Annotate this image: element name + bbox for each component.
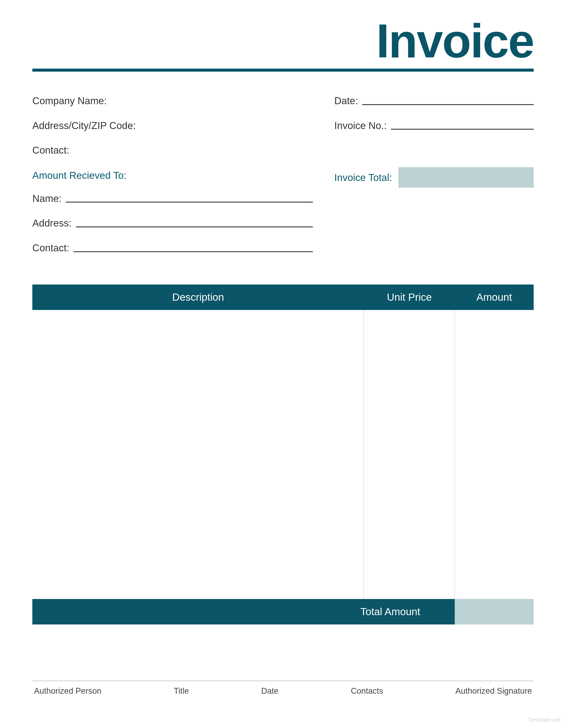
received-address-line[interactable] bbox=[76, 226, 313, 227]
body-unit-price-cell[interactable] bbox=[363, 310, 455, 599]
sig-date: Date bbox=[261, 686, 279, 696]
contact-label: Contact: bbox=[32, 145, 69, 156]
invoice-no-label: Invoice No.: bbox=[334, 120, 387, 131]
date-label: Date: bbox=[334, 95, 358, 106]
invoice-no-field: Invoice No.: bbox=[334, 120, 534, 131]
signature-row: Authorized Person Title Date Contacts Au… bbox=[32, 686, 534, 696]
table-footer-label-area: Total Amount bbox=[32, 599, 455, 624]
header-left-column: Company Name: Address/City/ZIP Code: Con… bbox=[32, 95, 321, 267]
total-amount-cell[interactable] bbox=[455, 599, 534, 624]
sig-authorized-signature: Authorized Signature bbox=[455, 686, 532, 696]
address-label: Address/City/ZIP Code: bbox=[32, 120, 136, 131]
date-line[interactable] bbox=[362, 104, 534, 105]
line-items-table: Description Unit Price Amount Total Amou… bbox=[32, 285, 534, 624]
title-divider bbox=[32, 69, 534, 72]
received-contact-label: Contact: bbox=[32, 242, 69, 253]
address-field: Address/City/ZIP Code: bbox=[32, 120, 321, 131]
received-name-line[interactable] bbox=[66, 202, 312, 203]
amount-received-heading: Amount Recieved To: bbox=[32, 170, 321, 181]
column-description: Description bbox=[32, 291, 364, 303]
page-title: Invoice bbox=[32, 17, 534, 65]
company-name-label: Company Name: bbox=[32, 95, 107, 106]
table-header: Description Unit Price Amount bbox=[32, 285, 534, 310]
contact-field: Contact: bbox=[32, 145, 321, 156]
header-columns: Company Name: Address/City/ZIP Code: Con… bbox=[32, 95, 534, 267]
signature-divider bbox=[32, 681, 534, 681]
received-contact-field: Contact: bbox=[32, 242, 321, 253]
received-address-field: Address: bbox=[32, 218, 321, 229]
received-name-field: Name: bbox=[32, 193, 321, 204]
date-field: Date: bbox=[334, 95, 534, 106]
sig-contacts: Contacts bbox=[351, 686, 383, 696]
column-unit-price: Unit Price bbox=[364, 291, 455, 303]
watermark: Template.net bbox=[528, 717, 560, 723]
sig-authorized-person: Authorized Person bbox=[34, 686, 102, 696]
sig-title: Title bbox=[174, 686, 189, 696]
table-footer: Total Amount bbox=[32, 599, 534, 624]
body-description-cell[interactable] bbox=[32, 310, 363, 599]
company-name-field: Company Name: bbox=[32, 95, 321, 106]
invoice-no-line[interactable] bbox=[391, 129, 534, 130]
invoice-total-box[interactable] bbox=[398, 167, 534, 188]
title-row: Invoice bbox=[32, 17, 534, 65]
received-contact-line[interactable] bbox=[74, 251, 312, 252]
invoice-page: Invoice Company Name: Address/City/ZIP C… bbox=[0, 0, 566, 728]
table-body bbox=[32, 310, 534, 599]
invoice-total-label: Invoice Total: bbox=[334, 172, 392, 183]
received-address-label: Address: bbox=[32, 218, 72, 229]
total-amount-label: Total Amount bbox=[360, 606, 420, 618]
invoice-total-row: Invoice Total: bbox=[334, 167, 534, 188]
body-amount-cell[interactable] bbox=[455, 310, 534, 599]
received-name-label: Name: bbox=[32, 193, 61, 204]
header-right-column: Date: Invoice No.: Invoice Total: bbox=[334, 95, 534, 267]
column-amount: Amount bbox=[455, 291, 534, 303]
